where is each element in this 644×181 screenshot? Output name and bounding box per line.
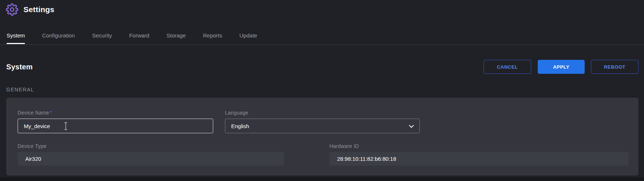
section-label-general: GENERAL xyxy=(6,87,639,93)
page-title: System xyxy=(6,63,33,71)
device-type-value: Air320 xyxy=(18,152,284,166)
tab-bar: System Configuration Security Forward St… xyxy=(0,28,644,45)
tab-forward[interactable]: Forward xyxy=(129,28,149,44)
device-type-label: Device Type xyxy=(18,143,284,149)
device-type-field: Device Type Air320 xyxy=(18,143,284,166)
language-field: Language English xyxy=(225,110,420,133)
app-title: Settings xyxy=(23,3,54,16)
page-header: Settings xyxy=(0,0,644,28)
tab-storage[interactable]: Storage xyxy=(166,28,186,44)
tab-reports[interactable]: Reports xyxy=(203,28,222,44)
tab-system[interactable]: System xyxy=(7,28,25,44)
hardware-id-label: Hardware ID xyxy=(329,143,629,149)
reboot-button[interactable]: REBOOT xyxy=(591,60,639,74)
hardware-id-field: Hardware ID 28:98:10:11:82:b6:80:18 xyxy=(329,143,629,166)
apply-button[interactable]: APPLY xyxy=(538,60,585,74)
form-row-1: Device Name* Language English xyxy=(18,110,639,133)
heading-row: System CANCEL APPLY REBOOT xyxy=(6,60,639,74)
tab-configuration[interactable]: Configuration xyxy=(42,28,75,44)
tab-update[interactable]: Update xyxy=(240,28,257,44)
language-label: Language xyxy=(225,110,420,116)
language-select[interactable]: English xyxy=(225,119,420,133)
action-buttons: CANCEL APPLY REBOOT xyxy=(484,60,639,74)
tab-security[interactable]: Security xyxy=(92,28,112,44)
device-name-label-text: Device Name xyxy=(18,110,49,116)
required-asterisk: * xyxy=(50,110,52,115)
cancel-button[interactable]: CANCEL xyxy=(484,60,531,74)
general-panel: Device Name* Language English xyxy=(6,98,639,175)
chevron-down-icon xyxy=(409,123,414,129)
device-name-input-wrap xyxy=(18,119,213,133)
main-content: System CANCEL APPLY REBOOT GENERAL Devic… xyxy=(0,60,644,175)
bottom-bar xyxy=(0,177,644,181)
hardware-id-value: 28:98:10:11:82:b6:80:18 xyxy=(329,152,629,166)
device-name-input[interactable] xyxy=(18,119,213,133)
form-row-2: Device Type Air320 Hardware ID 28:98:10:… xyxy=(18,143,639,166)
settings-page: Settings System Configuration Security F… xyxy=(0,0,644,175)
gear-icon xyxy=(6,3,18,16)
language-selected-value: English xyxy=(231,123,249,129)
device-name-label: Device Name* xyxy=(18,110,213,116)
device-name-field: Device Name* xyxy=(18,110,213,133)
